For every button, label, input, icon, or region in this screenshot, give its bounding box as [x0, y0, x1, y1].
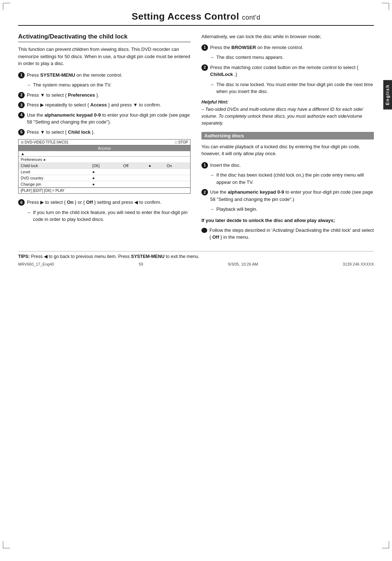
screen-menu-table: Preferences ● Child lock [OK] Off ● On L… — [19, 157, 190, 187]
screen-bottom-bar: [PLAY] [EDIT] [OK] = PLAY — [19, 187, 190, 193]
section-heading-childlock: Activating/Deactivating the child lock — [18, 33, 191, 42]
screen-top-right: □ STOP — [175, 140, 188, 144]
right-column: Alternatively, we can lock the disc whil… — [201, 33, 374, 244]
alt-step-2: 2 Press the matching color coded button … — [201, 64, 374, 78]
tips-label: TIPS: — [18, 254, 30, 259]
auth-step-2-arrow-text: Playback will begin. — [216, 206, 257, 213]
screen-top-left: ⊙ DVD-VIDEO·TITLE 04/C01 — [21, 140, 68, 144]
auth-step-2-arrow: → Playback will begin. — [209, 206, 374, 213]
screen-change-pin-label: Change pin — [19, 181, 90, 187]
step-4: 4 Use the alphanumeric keypad 0-9 to ent… — [18, 112, 191, 126]
step-number-3: 3 — [18, 102, 25, 108]
step-6: 6 Press ▶ to select { On } or { Off } se… — [18, 199, 191, 206]
arrow-symbol-6: → — [26, 209, 31, 223]
screen-child-lock-on: On — [164, 163, 190, 169]
hint-body: – Two-sided DVDs and multi-volume discs … — [201, 106, 374, 126]
tips-bar: TIPS: Press ◀ to go back to previous men… — [18, 251, 374, 259]
screen-prefs-row: ▲ — [19, 151, 190, 157]
auth-step-number-2: 2 — [201, 189, 208, 195]
screen-top-bar: ⊙ DVD-VIDEO·TITLE 04/C01 □ STOP — [19, 140, 190, 145]
screen-bottom-text: [PLAY] [EDIT] [OK] = PLAY — [21, 189, 65, 193]
unlock-heading: If you later decide to unlock the disc a… — [201, 217, 374, 224]
last-step-bullet — [201, 228, 207, 233]
corner-mark-br — [382, 541, 389, 548]
auth-step-2: 2 Use the alphanumeric keypad 0-9 to ent… — [201, 189, 374, 203]
screen-level-label: Level — [19, 169, 90, 175]
auth-step-1: 1 Insert the disc. — [201, 162, 374, 169]
last-step-content: Follow the steps described in 'Activatin… — [209, 227, 374, 241]
step-number-4: 4 — [18, 112, 25, 118]
screen-level-row: Level ● — [19, 169, 190, 175]
step-5: 5 Press ▼ to select { Child lock }. — [18, 129, 191, 136]
step-number-1: 1 — [18, 72, 25, 78]
step-4-content: Use the alphanumeric keypad 0-9 to enter… — [27, 112, 191, 126]
auth-intro: You can enable playback of a locked disc… — [201, 143, 374, 157]
screen-prefs-label: Preferences ● — [19, 157, 164, 163]
left-column: Activating/Deactivating the child lock T… — [18, 33, 191, 244]
screen-change-pin-dot: ● — [90, 181, 190, 187]
screen-child-lock-dot: ● — [147, 163, 165, 169]
screen-change-pin-row: Change pin ● — [19, 181, 190, 187]
screen-body: Access ▲ Preferences ● Child lock [OK] — [19, 145, 190, 187]
alt-step-1: 1 Press the BROWSER on the remote contro… — [201, 44, 374, 51]
footer-center: 59 — [139, 262, 143, 266]
helpful-hint: Helpful Hint: – Two-sided DVDs and multi… — [201, 99, 374, 127]
step-1-arrow-note: → The system menu appears on the TV. — [26, 81, 191, 89]
alt-step-number-2: 2 — [201, 64, 208, 71]
step-number-2: 2 — [18, 92, 25, 98]
screen-level-dot: ● — [90, 169, 190, 175]
footer-left: MRV660_17_Eng40 — [18, 262, 54, 266]
right-intro: Alternatively, we can lock the disc whil… — [201, 33, 374, 40]
footer: MRV660_17_Eng40 59 9/3/05, 10:26 AM 3139… — [18, 262, 374, 266]
screen-access-header: Access — [19, 145, 190, 151]
screen-dvd-country-label: DVD country — [19, 175, 90, 181]
arrow-symbol-1: → — [26, 81, 31, 89]
screen-dvd-country-dot: ● — [90, 175, 190, 181]
english-tab: English — [383, 80, 392, 109]
corner-mark-bl — [3, 541, 10, 548]
step-2: 2 Press ▼ to select { Preferences }. — [18, 92, 191, 99]
step-6-arrow-note: → If you turn on the child lock feature,… — [26, 209, 191, 223]
step-1-arrow-text: The system menu appears on the TV. — [33, 81, 111, 89]
authorizing-discs-heading: Authorizing discs — [201, 132, 374, 140]
screen-arrow-up: ▲ — [21, 152, 25, 156]
corner-mark-tr — [382, 3, 389, 10]
alt-step-1-content: Press the BROWSER on the remote control. — [210, 44, 374, 51]
step-number-6: 6 — [18, 199, 25, 206]
page-container: English Setting Access Control cont'd Ac… — [0, 0, 392, 561]
step-1-content: Press SYSTEM-MENU on the remote control. — [27, 72, 191, 79]
intro-text: This function can prevent children from … — [18, 46, 191, 67]
screen-child-lock-label: Child lock — [19, 163, 90, 169]
auth-step-number-1: 1 — [201, 162, 208, 169]
screen-child-lock-row: Child lock [OK] Off ● On — [19, 163, 190, 169]
screen-child-lock-off: Off — [121, 163, 146, 169]
hint-title: Helpful Hint: — [201, 99, 374, 106]
main-content: Activating/Deactivating the child lock T… — [18, 33, 374, 244]
step-6-arrow-text: If you turn on the child lock feature, y… — [33, 209, 191, 223]
auth-step-1-content: Insert the disc. — [210, 162, 374, 169]
alt-step-1-arrow: → The disc content menu appears. — [209, 54, 374, 61]
alt-step-2-arrow-text: The disc is now locked. You must enter t… — [216, 81, 374, 95]
screen-mockup: ⊙ DVD-VIDEO·TITLE 04/C01 □ STOP Access ▲… — [18, 139, 191, 194]
screen-prefs-label-row: Preferences ● — [19, 157, 190, 163]
screen-dvd-country-row: DVD country ● — [19, 175, 190, 181]
step-number-5: 5 — [18, 129, 25, 136]
alt-step-number-1: 1 — [201, 44, 208, 51]
step-3: 3 Press ▶ repeatedly to select { Access … — [18, 101, 191, 109]
auth-step-1-arrow-text: If the disc has been locked (child lock … — [216, 171, 374, 186]
step-1: 1 Press SYSTEM-MENU on the remote contro… — [18, 72, 191, 79]
auth-step-2-content: Use the alphanumeric keypad 0-9 to enter… — [210, 189, 374, 203]
last-step: Follow the steps described in 'Activatin… — [201, 227, 374, 241]
auth-step-1-arrow: → If the disc has been locked (child loc… — [209, 171, 374, 186]
alt-step-2-arrow: → The disc is now locked. You must enter… — [209, 81, 374, 95]
alt-step-1-arrow-text: The disc content menu appears. — [216, 54, 284, 61]
step-5-content: Press ▼ to select { Child lock }. — [27, 129, 191, 136]
screen-left-panel: Access ▲ Preferences ● Child lock [OK] — [19, 145, 190, 187]
screen-child-lock-ok: [OK] — [90, 163, 121, 169]
step-6-content: Press ▶ to select { On } or { Off } sett… — [27, 199, 191, 206]
step-3-content: Press ▶ repeatedly to select { Access } … — [27, 101, 191, 109]
footer-right-date: 9/3/05, 10:26 AM — [228, 262, 258, 266]
alt-step-2-content: Press the matching color coded button on… — [210, 64, 374, 78]
step-2-content: Press ▼ to select { Preferences }. — [27, 92, 191, 99]
page-title-area: Setting Access Control cont'd — [18, 11, 374, 26]
